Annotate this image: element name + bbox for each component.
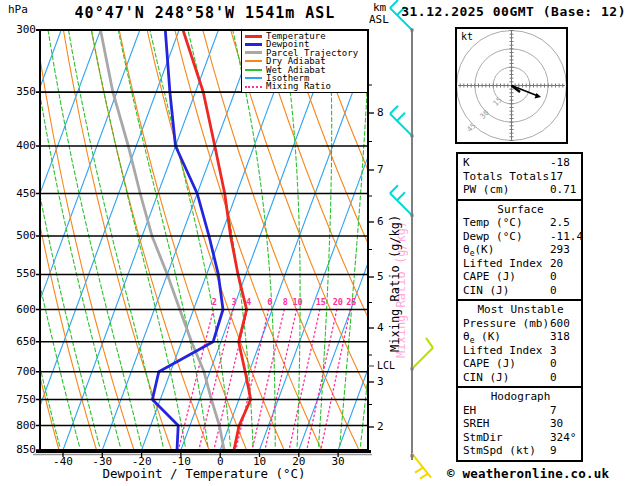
mixing-ratio-value-label: 3	[227, 297, 241, 307]
isotherm-line	[220, 30, 376, 451]
mixing-ratio-value-label: 6	[263, 297, 277, 307]
indices-row-label: Totals Totals	[463, 170, 550, 184]
indices-row-value: 0.71	[550, 183, 577, 196]
indices-row-label: SREH	[463, 417, 550, 431]
pressure-tick-label: 800	[6, 419, 36, 432]
dry-adiabat-line	[593, 30, 629, 450]
lcl-label: LCL	[377, 360, 395, 371]
indices-row-label: StmSpd (kt)	[463, 444, 550, 458]
x-axis-title: Dewpoint / Temperature (°C)	[40, 466, 368, 481]
indices-row-value: 0	[550, 270, 557, 283]
indices-section: Most UnstablePressure (mb)600θe (K)318Li…	[456, 299, 583, 388]
indices-row-value: 0	[550, 284, 557, 297]
dewpoint-curve	[152, 30, 223, 450]
indices-row: θe (K)318	[463, 330, 581, 344]
indices-row-value: 0	[550, 371, 557, 384]
dry-adiabat-line	[36, 30, 134, 450]
km-tick-label: 3	[377, 375, 384, 388]
indices-row-value: 293	[550, 243, 570, 256]
indices-row-value: 318	[550, 330, 570, 343]
pressure-tick-label: 350	[6, 85, 36, 98]
indices-row: K-18	[463, 156, 581, 170]
temp-tick-label: 20	[282, 455, 316, 468]
indices-row-label: CAPE (J)	[463, 357, 550, 371]
legend-item-label: Mixing Ratio	[266, 82, 331, 90]
indices-row: Pressure (mb)600	[463, 317, 581, 331]
indices-row: Lifted Index20	[463, 257, 581, 271]
legend-line-sample	[245, 69, 262, 71]
temp-tick-label: -20	[125, 455, 159, 468]
indices-row: StmDir324°	[463, 431, 581, 445]
isotherm-line	[102, 30, 258, 451]
legend-line-sample	[245, 86, 262, 88]
copyright: © weatheronline.co.uk	[447, 466, 609, 481]
wind-barb	[390, 106, 412, 136]
indices-section-title: Most Unstable	[463, 303, 578, 317]
indices-row-value: -11.4	[550, 230, 583, 243]
indices-row-value: 17	[550, 170, 563, 183]
legend-line-sample	[245, 77, 262, 79]
indices-row-value: -18	[550, 156, 570, 169]
indices-row-label: Lifted Index	[463, 344, 550, 358]
indices-row-value: 30	[550, 417, 563, 430]
temp-tick-label: -30	[85, 455, 119, 468]
indices-row: StmSpd (kt)9	[463, 444, 581, 458]
indices-row-label: Dewp (°C)	[463, 230, 550, 244]
indices-row: CAPE (J)0	[463, 357, 581, 371]
indices-row-label: PW (cm)	[463, 183, 550, 197]
pressure-tick-label: 300	[6, 23, 36, 36]
temp-tick-label: -40	[46, 455, 80, 468]
indices-row-value: 7	[550, 404, 557, 417]
indices-row-label: Temp (°C)	[463, 216, 550, 230]
indices-row-value: 0	[550, 357, 557, 370]
legend-line-sample	[245, 60, 262, 62]
indices-row: θe(K)293	[463, 243, 581, 257]
indices-row-label: CIN (J)	[463, 284, 550, 298]
dry-adiabat-line	[621, 30, 629, 450]
sounding-indices-table: K-18Totals Totals17PW (cm)0.71SurfaceTem…	[456, 152, 583, 462]
pressure-tick-label: 550	[6, 267, 36, 280]
wind-barb	[390, 185, 412, 215]
pressure-tick-label: 450	[6, 187, 36, 200]
km-tick-label: 4	[377, 321, 384, 334]
indices-section: SurfaceTemp (°C)2.5Dewp (°C)-11.4θe(K)29…	[456, 199, 583, 302]
km-tick-label: 2	[377, 420, 384, 433]
indices-row: SREH30	[463, 417, 581, 431]
wind-barb	[412, 454, 431, 479]
legend-line-sample	[245, 43, 262, 46]
km-tick-label: 7	[377, 163, 384, 176]
pressure-tick-label: 700	[6, 365, 36, 378]
indices-row: EH7	[463, 404, 581, 418]
temperature-curve	[183, 30, 251, 450]
pressure-tick-label: 400	[6, 139, 36, 152]
pressure-tick-label: 750	[6, 393, 36, 406]
temp-tick-label: 0	[203, 455, 237, 468]
indices-row-value: 2.5	[550, 216, 570, 229]
pressure-tick-label: 500	[6, 229, 36, 242]
indices-section: K-18Totals Totals17PW (cm)0.71	[456, 152, 583, 201]
indices-row: CIN (J)0	[463, 371, 581, 385]
mixing-axis-title: Mixing Ratio (g/kg)	[388, 215, 402, 352]
temp-tick-label: 10	[243, 455, 277, 468]
indices-section-title: Hodograph	[463, 390, 578, 404]
indices-row: Temp (°C)2.5	[463, 216, 581, 230]
indices-row-value: 600	[550, 317, 570, 330]
indices-row: Lifted Index3	[463, 344, 581, 358]
legend-line-sample	[245, 35, 262, 38]
wind-barb-station-dot	[411, 367, 414, 370]
km-tick-label: 8	[377, 106, 384, 119]
mixing-ratio-line	[307, 310, 337, 451]
indices-row-label: Pressure (mb)	[463, 317, 550, 331]
indices-row-label: K	[463, 156, 550, 170]
wind-barb-station-dot	[411, 454, 414, 457]
mixing-ratio-line	[252, 310, 284, 451]
mixing-ratio-value-label: 20	[331, 297, 345, 307]
dry-adiabat-line	[231, 30, 397, 450]
mixing-ratio-line	[289, 310, 320, 451]
indices-row: CIN (J)0	[463, 284, 581, 298]
wet-adiabat-line	[0, 30, 2, 446]
pressure-tick-label: 600	[6, 303, 36, 316]
mixing-ratio-line	[265, 310, 297, 451]
indices-row: Dewp (°C)-11.4	[463, 230, 581, 244]
indices-row-label: Lifted Index	[463, 257, 550, 271]
